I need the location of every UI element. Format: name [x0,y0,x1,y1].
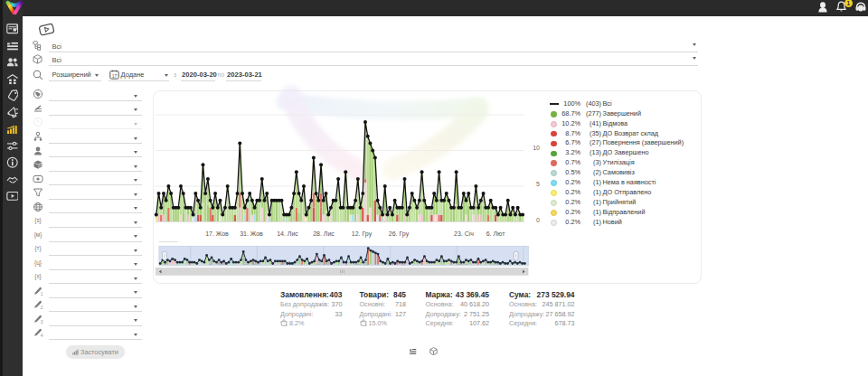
svg-text:6. Лют: 6. Лют [486,230,505,237]
svg-text:x: x [364,324,366,327]
svg-text:5: 5 [536,181,540,187]
svg-text:14. Лис: 14. Лис [277,230,298,237]
svg-text:26. Гру: 26. Гру [389,230,410,238]
svg-text:31. Жов: 31. Жов [240,230,263,237]
svg-text:17. Жов: 17. Жов [205,230,229,237]
svg-text:28. Лис: 28. Лис [313,230,335,237]
svg-text:10: 10 [533,145,540,151]
svg-text:23. Січ: 23. Січ [454,230,474,237]
svg-text:x: x [286,324,288,327]
svg-text:0: 0 [536,217,540,223]
svg-text:12. Гру: 12. Гру [352,230,373,238]
